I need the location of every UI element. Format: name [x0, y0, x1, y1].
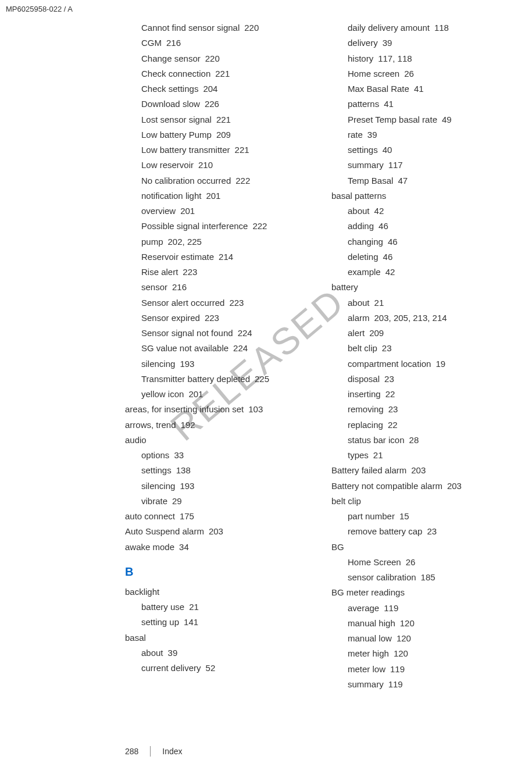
index-term: Low battery transmitter — [141, 145, 230, 155]
index-entry: notification light201 — [125, 188, 308, 204]
index-term: history — [348, 53, 373, 63]
index-term: patterns — [348, 99, 379, 109]
index-entry: SG value not available224 — [125, 341, 308, 356]
index-entry: average119 — [331, 601, 515, 616]
index-term: setting up — [141, 617, 179, 627]
index-pages: 41 — [384, 99, 394, 109]
index-term: summary — [348, 679, 384, 689]
index-term: about — [141, 648, 163, 658]
index-pages: 193 — [180, 359, 194, 369]
index-entry: part number15 — [331, 509, 515, 524]
index-entry: yellow icon201 — [125, 387, 308, 402]
index-term: audio — [125, 435, 147, 445]
index-entry: Preset Temp basal rate49 — [331, 112, 515, 127]
index-pages: 119 — [388, 679, 403, 689]
index-term: about — [348, 298, 370, 308]
index-entry: sensor216 — [125, 280, 308, 295]
index-term: alarm — [348, 313, 370, 323]
index-term: auto connect — [125, 511, 175, 521]
index-entry: arrows, trend192 — [125, 418, 308, 433]
index-pages: 39 — [367, 130, 377, 140]
index-entry: Lost sensor signal221 — [125, 112, 308, 127]
index-entry: meter high120 — [331, 646, 515, 661]
index-term: compartment location — [348, 359, 431, 369]
index-entry: Sensor alert occurred223 — [125, 295, 308, 311]
index-entry: audio — [125, 433, 308, 448]
index-term: removing — [348, 404, 384, 414]
index-pages: 220 — [205, 53, 220, 63]
index-pages: 224 — [238, 328, 252, 338]
index-pages: 40 — [383, 145, 392, 155]
footer-divider — [150, 746, 151, 757]
index-pages: 203, 205, 213, 214 — [374, 313, 447, 323]
index-term: No calibration occurred — [141, 176, 231, 186]
index-entry: Cannot find sensor signal220 — [125, 20, 308, 35]
index-term: Rise alert — [141, 267, 178, 277]
index-term: BG — [331, 542, 344, 552]
index-entry: basal patterns — [331, 188, 515, 204]
index-term: basal patterns — [331, 191, 386, 201]
index-pages: 33 — [174, 450, 184, 460]
index-term: Low reservoir — [141, 160, 194, 170]
index-entry: rate39 — [331, 127, 515, 142]
index-term: Temp Basal — [348, 176, 393, 186]
index-entry: overview201 — [125, 204, 308, 219]
index-entry: basal — [125, 630, 308, 645]
index-term: Lost sensor signal — [141, 115, 212, 124]
index-pages: 203 — [209, 526, 223, 536]
index-entry: Low battery transmitter221 — [125, 142, 308, 158]
index-pages: 42 — [385, 267, 395, 277]
index-pages: 29 — [172, 496, 182, 506]
index-term: changing — [348, 237, 383, 247]
index-pages: 201 — [188, 389, 203, 399]
index-entry: Transmitter battery depleted225 — [125, 372, 308, 387]
index-term: yellow icon — [141, 389, 184, 399]
index-term: Preset Temp basal rate — [348, 115, 437, 124]
index-entry: types21 — [331, 448, 515, 463]
index-entry: auto connect175 — [125, 509, 308, 524]
index-entry: example42 — [331, 265, 515, 280]
index-entry: adding46 — [331, 219, 515, 234]
index-term: manual high — [348, 618, 395, 628]
index-entry: meter low119 — [331, 662, 515, 677]
index-entry: compartment location19 — [331, 356, 515, 372]
index-pages: 23 — [388, 404, 398, 414]
index-pages: 141 — [184, 617, 198, 627]
index-term: Battery failed alarm — [331, 465, 406, 475]
index-term: alert — [348, 328, 365, 338]
index-term: deleting — [348, 252, 379, 262]
index-term: part number — [348, 511, 395, 521]
index-entry: summary119 — [331, 677, 515, 692]
index-entry: BG — [331, 540, 515, 555]
index-term: manual low — [348, 633, 392, 643]
index-pages: 220 — [244, 23, 259, 33]
index-entry: Download slow226 — [125, 97, 308, 112]
index-term: Sensor expired — [141, 313, 200, 323]
index-pages: 117, 118 — [378, 53, 412, 63]
index-entry: Low reservoir210 — [125, 158, 308, 173]
index-pages: 192 — [181, 420, 195, 430]
index-term: battery — [331, 282, 358, 292]
index-entry: removing23 — [331, 402, 515, 417]
index-entry: Check settings204 — [125, 81, 308, 97]
index-pages: 46 — [379, 221, 388, 231]
index-entry: manual high120 — [331, 616, 515, 631]
index-pages: 19 — [435, 359, 445, 369]
index-pages: 120 — [400, 618, 415, 628]
index-term: Sensor alert occurred — [141, 298, 224, 308]
index-pages: 222 — [252, 221, 267, 231]
index-entry: Rise alert223 — [125, 265, 308, 280]
index-pages: 23 — [427, 526, 437, 536]
index-pages: 203 — [411, 465, 426, 475]
index-entry: remove battery cap23 — [331, 524, 515, 539]
index-pages: 34 — [179, 542, 189, 552]
index-pages: 225 — [255, 374, 269, 384]
index-pages: 221 — [215, 69, 230, 79]
index-term: silencing — [141, 359, 175, 369]
index-entry: replacing22 — [331, 418, 515, 433]
index-term: Cannot find sensor signal — [141, 23, 240, 33]
index-term: areas, for inserting infusion set — [125, 404, 244, 414]
index-term: disposal — [348, 374, 380, 384]
index-pages: 209 — [216, 130, 231, 140]
index-entry: deleting46 — [331, 249, 515, 265]
